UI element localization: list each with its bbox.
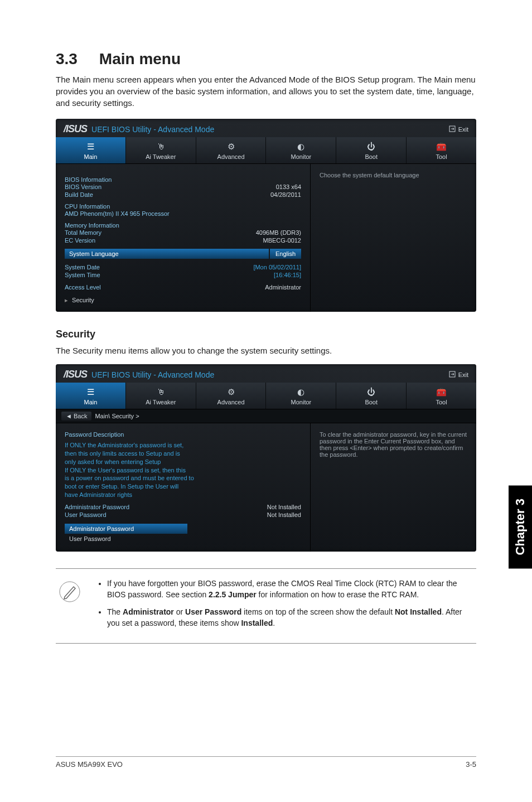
slider-icon: 🖰 (126, 142, 196, 152)
bios-main-panel: BIOS Information BIOS Version 0133 x64 B… (56, 164, 310, 312)
power-icon: ⏻ (336, 142, 406, 152)
help-text: Choose the system default language (320, 172, 467, 178)
help-text: To clear the administrator password, key… (320, 431, 467, 458)
password-description-title: Password Description (65, 431, 301, 438)
security-intro: The Security menu items allow you to cha… (56, 345, 476, 356)
note-item-2: The Administrator or User Password items… (107, 606, 471, 629)
tab-ai-tweaker[interactable]: 🖰 Ai Tweaker (126, 137, 196, 163)
asus-logo: /ISUS (64, 369, 87, 380)
arrow-left-icon: ◄ (66, 413, 74, 419)
system-date-label: System Date (65, 264, 100, 270)
system-time-label: System Time (65, 272, 100, 278)
build-date-label: Build Date (65, 191, 93, 198)
tab-boot[interactable]: ⏻ Boot (336, 383, 407, 409)
exit-label: Exit (458, 371, 468, 378)
bios-tab-bar: ☰ Main 🖰 Ai Tweaker ⚙ Advanced ◐ Monitor… (56, 383, 476, 409)
asus-logo: /ISUS (64, 123, 87, 135)
tab-monitor[interactable]: ◐ Monitor (266, 383, 336, 409)
user-password-item[interactable]: User Password (65, 534, 187, 544)
bios-utility-title: UEFI BIOS Utility - Advanced Mode (91, 125, 214, 134)
bios-security-panel: Password Description If ONLY the Adminis… (56, 423, 310, 552)
bios-utility-title: UEFI BIOS Utility - Advanced Mode (91, 370, 214, 379)
tab-main[interactable]: ☰ Main (56, 383, 126, 409)
section-intro: The Main menu screen appears when you en… (56, 74, 476, 109)
slider-icon: 🖰 (126, 387, 196, 397)
power-icon: ⏻ (336, 387, 406, 397)
system-language-value: English (270, 249, 301, 259)
tab-tool[interactable]: 🧰 Tool (407, 137, 476, 163)
admin-password-label: Administrator Password (65, 504, 129, 510)
note-box: If you have forgotten your BIOS password… (56, 568, 476, 644)
chevron-right-icon: ▸ (65, 297, 68, 303)
tab-monitor[interactable]: ◐ Monitor (266, 137, 336, 163)
bios-information-title: BIOS Information (65, 176, 301, 183)
note-list: If you have forgotten your BIOS password… (97, 578, 471, 634)
build-date-value: 04/28/2011 (270, 191, 301, 198)
toolbox-icon: 🧰 (407, 142, 476, 152)
user-password-label: User Password (65, 511, 107, 518)
bios-screenshot-security: /ISUS UEFI BIOS Utility - Advanced Mode … (56, 364, 476, 552)
section-name: Main menu (99, 50, 181, 67)
security-submenu[interactable]: ▸ Security (65, 297, 301, 304)
section-title: 3.3 Main menu (56, 50, 476, 68)
tab-advanced[interactable]: ⚙ Advanced (196, 137, 267, 163)
cpu-information-title: CPU Information (65, 203, 301, 210)
note-pencil-icon (56, 578, 84, 606)
toolbox-icon: 🧰 (407, 387, 476, 397)
security-item-label: Security (72, 297, 94, 303)
gauge-icon: ◐ (266, 142, 336, 152)
breadcrumb: Main\ Security > (95, 413, 139, 419)
tab-main[interactable]: ☰ Main (56, 137, 126, 163)
admin-password-status: Not Installed (267, 504, 301, 510)
bios-tab-bar: ☰ Main 🖰 Ai Tweaker ⚙ Advanced ◐ Monitor… (56, 137, 476, 164)
back-button[interactable]: ◄ Back (61, 412, 91, 421)
chip-icon: ⚙ (196, 142, 266, 152)
bios-version-label: BIOS Version (65, 183, 101, 190)
bios-screenshot-main: /ISUS UEFI BIOS Utility - Advanced Mode … (56, 119, 476, 312)
tab-boot[interactable]: ⏻ Boot (336, 137, 407, 163)
bios-version-value: 0133 x64 (276, 183, 301, 190)
total-memory-value: 4096MB (DDR3) (256, 229, 301, 236)
exit-icon (449, 371, 456, 379)
note-item-1: If you have forgotten your BIOS password… (107, 578, 471, 601)
system-time-value[interactable]: [16:46:15] (274, 272, 301, 278)
security-heading: Security (56, 328, 476, 340)
tab-ai-tweaker[interactable]: 🖰 Ai Tweaker (126, 383, 196, 409)
chip-icon: ⚙ (196, 387, 266, 397)
cpu-name: AMD Phenom(tm) II X4 965 Processor (65, 210, 170, 217)
bios-help-panel: Choose the system default language (310, 164, 476, 312)
footer-model: ASUS M5A99X EVO (56, 760, 123, 769)
access-level-label: Access Level (65, 284, 101, 291)
total-memory-label: Total Memory (65, 229, 101, 236)
ec-version-label: EC Version (65, 237, 95, 244)
user-password-status: Not Installed (267, 511, 301, 518)
list-icon: ☰ (56, 387, 125, 397)
tab-advanced[interactable]: ⚙ Advanced (196, 383, 267, 409)
exit-label: Exit (458, 126, 468, 133)
administrator-password-item[interactable]: Administrator Password (65, 524, 187, 534)
back-label: Back (74, 413, 87, 419)
tab-tool[interactable]: 🧰 Tool (407, 383, 476, 409)
chapter-side-tab: Chapter 3 (509, 485, 532, 568)
exit-icon (449, 125, 456, 133)
gauge-icon: ◐ (266, 387, 336, 397)
password-description-text: If ONLY the Administrator's password is … (65, 441, 265, 499)
footer-page-number: 3-5 (466, 760, 476, 769)
list-icon: ☰ (56, 142, 125, 152)
access-level-value: Administrator (265, 284, 301, 291)
exit-button[interactable]: Exit (449, 125, 468, 133)
section-number: 3.3 (56, 50, 78, 67)
system-language-label: System Language (65, 249, 269, 259)
system-language-row[interactable]: System Language English (65, 249, 301, 259)
ec-version-value: MBECG-0012 (263, 237, 301, 244)
page-footer: ASUS M5A99X EVO 3-5 (56, 756, 476, 769)
system-date-value[interactable]: [Mon 05/02/2011] (253, 264, 301, 270)
memory-information-title: Memory Information (65, 222, 301, 229)
bios-help-panel: To clear the administrator password, key… (310, 423, 476, 552)
exit-button[interactable]: Exit (449, 371, 468, 379)
